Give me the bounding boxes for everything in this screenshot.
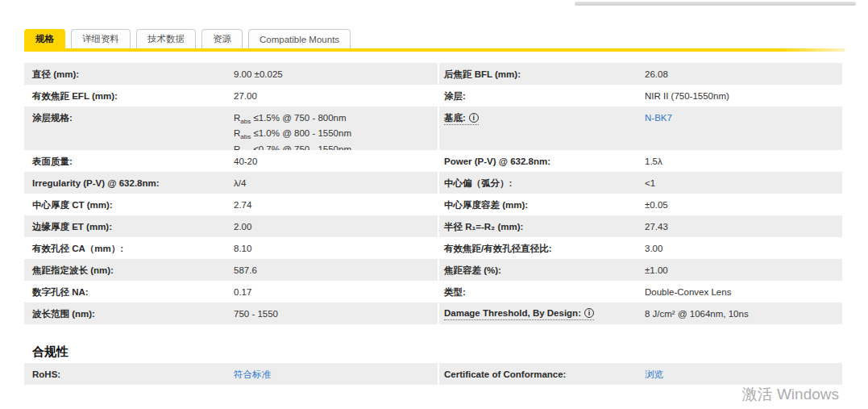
table-row: 有效焦距 EFL (mm): 27.00 涂层: NIR II (750-155… xyxy=(24,85,842,106)
spec-label: 后焦距 BFL (mm): xyxy=(439,63,645,85)
spec-value: <1 xyxy=(645,172,842,194)
tab-technical-data[interactable]: 技术数据 xyxy=(136,29,196,48)
view-certificate-link[interactable]: 浏览 xyxy=(645,369,663,380)
table-row: 边缘厚度 ET (mm): 2.00 半径 R₁=-R₂ (mm): 27.43 xyxy=(24,215,842,237)
spec-label: 中心厚度 CT (mm): xyxy=(24,194,234,215)
tab-bar: 规格 详细资料 技术数据 资源 Compatible Mounts xyxy=(24,29,356,48)
spec-value: 8 J/cm² @ 1064nm, 10ns xyxy=(645,303,842,324)
spec-label: RoHS: xyxy=(24,363,234,385)
table-row: 数字孔径 NA: 0.17 类型: Double-Convex Lens xyxy=(24,281,842,303)
spec-value: NIR II (750-1550nm) xyxy=(645,85,842,106)
substrate-link[interactable]: N-BK7 xyxy=(645,112,672,123)
coating-spec-line: Rabs ≤1.0% @ 800 - 1550nm xyxy=(234,127,351,143)
spec-label: 涂层规格: xyxy=(24,106,234,150)
spec-label: 有效焦距 EFL (mm): xyxy=(24,85,234,106)
spec-label: 焦距指定波长 (nm): xyxy=(24,259,234,281)
spec-table: 直径 (mm): 9.00 ±0.025 后焦距 BFL (mm): 26.08… xyxy=(24,63,842,324)
spec-value: λ/4 xyxy=(234,172,438,194)
tab-compatible-mounts[interactable]: Compatible Mounts xyxy=(248,29,351,48)
spec-value: 26.08 xyxy=(645,63,842,85)
spec-label: 类型: xyxy=(439,281,645,303)
spec-label: 焦距容差 (%): xyxy=(439,259,645,281)
spec-value: 1.5λ xyxy=(645,150,842,172)
spec-label: 数字孔径 NA: xyxy=(24,281,234,303)
tab-specs[interactable]: 规格 xyxy=(24,29,65,48)
spec-label: 表面质量: xyxy=(24,150,234,172)
tab-underline xyxy=(24,48,845,52)
spec-value: 2.74 xyxy=(234,194,438,215)
spec-value: 27.00 xyxy=(234,85,438,106)
spec-value: 0.17 xyxy=(234,281,438,303)
spec-label: Power (P-V) @ 632.8nm: xyxy=(439,150,645,172)
spec-label: Irregularity (P-V) @ 632.8nm: xyxy=(24,172,234,194)
spec-value: 2.00 xyxy=(234,215,438,237)
table-row: 表面质量: 40-20 Power (P-V) @ 632.8nm: 1.5λ xyxy=(24,150,842,172)
coating-spec-line: Rabs ≤1.5% @ 750 - 800nm xyxy=(234,112,351,127)
spec-page: 规格 详细资料 技术数据 资源 Compatible Mounts 直径 (mm… xyxy=(0,0,868,409)
spec-value: Double-Convex Lens xyxy=(645,281,842,303)
spec-value: 750 - 1550 xyxy=(234,303,438,324)
spec-label: 有效孔径 CA（mm）: xyxy=(24,237,234,259)
compliance-table: RoHS: 符合标准 Certificate of Conformance: 浏… xyxy=(24,363,842,385)
info-icon[interactable] xyxy=(584,308,594,318)
table-row: RoHS: 符合标准 Certificate of Conformance: 浏… xyxy=(24,363,842,385)
spec-label: Damage Threshold, By Design: xyxy=(439,303,645,324)
spec-value: 8.10 xyxy=(234,237,438,259)
spec-label: 半径 R₁=-R₂ (mm): xyxy=(439,215,645,237)
spec-value: 9.00 ±0.025 xyxy=(234,63,438,85)
table-row: 波长范围 (nm): 750 - 1550 Damage Threshold, … xyxy=(24,303,842,324)
spec-label: Certificate of Conformance: xyxy=(439,363,645,385)
spec-value: 3.00 xyxy=(645,237,842,259)
spec-label: 涂层: xyxy=(439,85,645,106)
cropped-top-bar xyxy=(575,2,856,6)
spec-label: 中心偏（弧分）: xyxy=(439,172,645,194)
spec-label: 波长范围 (nm): xyxy=(24,303,234,324)
info-icon[interactable] xyxy=(469,113,479,123)
spec-label: 直径 (mm): xyxy=(24,63,234,85)
activate-windows-watermark: 激活 Windows xyxy=(742,384,839,405)
spec-value: ±0.05 xyxy=(645,194,842,215)
spec-value: Rabs ≤1.5% @ 750 - 800nm Rabs ≤1.0% @ 80… xyxy=(234,106,438,150)
tab-details[interactable]: 详细资料 xyxy=(71,29,131,48)
table-row: Irregularity (P-V) @ 632.8nm: λ/4 中心偏（弧分… xyxy=(24,172,842,194)
spec-label: 有效焦距/有效孔径直径比: xyxy=(439,237,645,259)
table-row: 有效孔径 CA（mm）: 8.10 有效焦距/有效孔径直径比: 3.00 xyxy=(24,237,842,259)
spec-value: 40-20 xyxy=(234,150,438,172)
spec-value: ±1.00 xyxy=(645,259,842,281)
spec-value: 27.43 xyxy=(645,215,842,237)
spec-label: 中心厚度容差 (mm): xyxy=(439,194,645,215)
spec-label: 基底: xyxy=(439,106,645,150)
table-row: 中心厚度 CT (mm): 2.74 中心厚度容差 (mm): ±0.05 xyxy=(24,194,842,215)
compliance-heading: 合规性 xyxy=(32,344,69,360)
table-row: 涂层规格: Rabs ≤1.5% @ 750 - 800nm Rabs ≤1.0… xyxy=(24,106,842,150)
tab-resources[interactable]: 资源 xyxy=(201,29,243,48)
spec-value: 587.6 xyxy=(234,259,438,281)
rohs-compliant-link[interactable]: 符合标准 xyxy=(234,369,271,380)
table-row: 直径 (mm): 9.00 ±0.025 后焦距 BFL (mm): 26.08 xyxy=(24,63,842,85)
spec-label: 边缘厚度 ET (mm): xyxy=(24,215,234,237)
table-row: 焦距指定波长 (nm): 587.6 焦距容差 (%): ±1.00 xyxy=(24,259,842,281)
